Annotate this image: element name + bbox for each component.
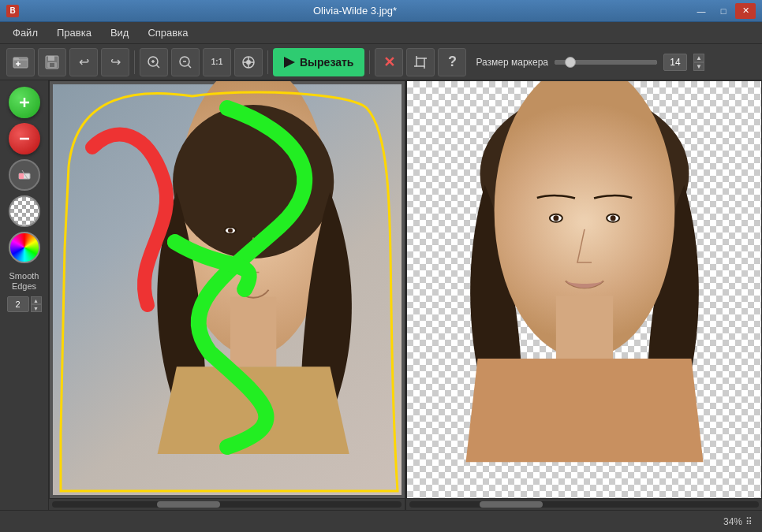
save-button[interactable] — [38, 48, 66, 76]
window-title: Olivia-Wilde 3.jpg* — [19, 5, 691, 17]
separator-2 — [267, 50, 268, 74]
right-scrollbar[interactable] — [406, 499, 762, 510]
marker-spin[interactable]: ▲ ▼ — [693, 54, 704, 71]
smooth-spin-up[interactable]: ▲ — [31, 296, 42, 304]
smooth-edges-control: 2 ▲ ▼ — [7, 296, 42, 312]
svg-point-13 — [246, 60, 251, 65]
color-button[interactable] — [9, 232, 40, 263]
app-icon: B — [6, 5, 19, 17]
editing-canvas[interactable] — [50, 81, 405, 498]
window-controls: — □ ✕ — [691, 3, 756, 19]
sidebar: SmoothEdges 2 ▲ ▼ — [0, 80, 49, 510]
zoom-in-button[interactable] — [140, 48, 168, 76]
maximize-button[interactable]: □ — [713, 3, 734, 19]
svg-marker-18 — [284, 57, 295, 68]
marker-size-label: Размер маркера — [476, 57, 548, 68]
zoom-out-button[interactable] — [171, 48, 200, 76]
crop-button[interactable] — [406, 48, 435, 76]
main-area: SmoothEdges 2 ▲ ▼ — [0, 80, 762, 510]
smooth-edges-label: SmoothEdges — [9, 271, 39, 292]
background-brush-button[interactable] — [9, 123, 40, 154]
zoom-level: 34% — [723, 516, 742, 527]
title-bar: B Olivia-Wilde 3.jpg* — □ ✕ — [0, 0, 762, 22]
menu-bar: Файл Правка Вид Справка — [0, 22, 762, 44]
menu-view[interactable]: Вид — [101, 24, 139, 42]
eraser-button[interactable] — [9, 159, 40, 191]
scrollbar-row — [49, 499, 762, 510]
cutout-label: Вырезать — [300, 56, 353, 69]
cancel-button[interactable]: ✕ — [375, 48, 403, 76]
toolbar: ↩ ↪ 1:1 Вырезать ✕ — [0, 44, 762, 80]
svg-rect-19 — [416, 58, 424, 66]
canvas-area — [49, 80, 762, 510]
canvases — [49, 80, 762, 499]
svg-rect-4 — [50, 63, 54, 67]
close-button[interactable]: ✕ — [735, 3, 756, 19]
zoom-100-button[interactable]: 1:1 — [203, 48, 231, 76]
checker-button[interactable] — [9, 195, 40, 227]
minimize-button[interactable]: — — [691, 3, 712, 19]
menu-edit[interactable]: Правка — [47, 24, 101, 42]
cutout-button[interactable]: Вырезать — [273, 48, 364, 76]
status-dots: ⠿ — [745, 516, 753, 527]
zoom-fit-button[interactable] — [234, 48, 263, 76]
result-panel[interactable] — [406, 80, 763, 499]
svg-rect-28 — [19, 173, 24, 179]
marker-size-section: Размер маркера 14 ▲ ▼ — [476, 54, 704, 71]
svg-line-8 — [157, 65, 160, 68]
status-bar: 34% ⠿ — [0, 510, 762, 532]
smooth-edges-spin[interactable]: ▲ ▼ — [31, 296, 42, 312]
help-button[interactable]: ? — [438, 48, 466, 76]
marker-value[interactable]: 14 — [663, 54, 687, 71]
open-button[interactable] — [6, 48, 35, 76]
marker-spin-down[interactable]: ▼ — [693, 62, 704, 71]
marker-size-slider[interactable] — [555, 60, 657, 65]
foreground-brush-button[interactable] — [9, 87, 40, 118]
smooth-edges-value[interactable]: 2 — [7, 296, 29, 312]
separator-1 — [134, 50, 135, 74]
editing-panel[interactable] — [49, 80, 406, 499]
result-canvas[interactable] — [407, 81, 762, 498]
smooth-spin-down[interactable]: ▼ — [31, 304, 42, 312]
redo-button[interactable]: ↪ — [101, 48, 129, 76]
left-scrollbar[interactable] — [49, 499, 405, 510]
menu-file[interactable]: Файл — [3, 24, 47, 42]
svg-line-11 — [189, 65, 192, 68]
svg-rect-2 — [48, 56, 54, 61]
menu-help[interactable]: Справка — [138, 24, 197, 42]
separator-3 — [369, 50, 370, 74]
undo-button[interactable]: ↩ — [69, 48, 98, 76]
marker-spin-up[interactable]: ▲ — [693, 54, 704, 62]
